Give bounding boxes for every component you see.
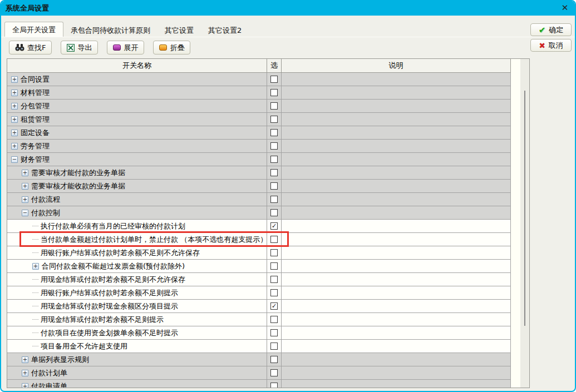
table-row[interactable]: 用现金结算或付款时若余额不足则提示	[7, 313, 511, 326]
collapse-icon	[159, 44, 167, 51]
checkbox-unchecked[interactable]	[270, 289, 278, 296]
title-bar[interactable]: 系统全局设置 ✕	[0, 0, 576, 16]
tree-connector	[32, 292, 38, 293]
checkbox-unchecked[interactable]	[270, 129, 278, 136]
checkbox-checked[interactable]: ✓	[270, 302, 278, 310]
checkbox-unchecked[interactable]	[270, 182, 278, 190]
checkbox-checked[interactable]: ✓	[270, 222, 278, 230]
expand-node-icon[interactable]: +	[11, 116, 18, 123]
table-row[interactable]: +合同设置	[7, 73, 511, 86]
checkbox-unchecked[interactable]	[270, 262, 278, 270]
table-row[interactable]: +单据列表显示规则	[7, 353, 511, 366]
checkbox-unchecked[interactable]	[270, 356, 278, 363]
close-icon[interactable]: ✕	[559, 2, 570, 13]
tab-other-settings[interactable]: 其它设置	[157, 23, 201, 37]
table-row[interactable]: +合同付款金额不能超过发票金额(预付款除外)	[7, 260, 511, 273]
checkbox-unchecked[interactable]	[270, 76, 278, 83]
highlight-box	[19, 231, 289, 247]
table-row[interactable]: +劳务管理	[7, 140, 511, 153]
checkbox-unchecked[interactable]	[270, 156, 278, 163]
expand-node-icon[interactable]: +	[11, 130, 18, 136]
table-row[interactable]: +付款流程	[7, 193, 511, 206]
table-row[interactable]: +材料管理	[7, 86, 511, 100]
checkbox-unchecked[interactable]	[270, 169, 278, 176]
checkbox-unchecked[interactable]	[270, 276, 278, 283]
table-row[interactable]: +需要审核才能付款的业务单据	[7, 166, 511, 180]
expand-node-icon[interactable]: +	[22, 370, 28, 376]
expand-node-icon[interactable]: +	[11, 90, 18, 96]
expand-node-icon[interactable]: +	[22, 170, 28, 176]
tree-connector	[32, 319, 38, 320]
expand-icon	[113, 44, 121, 51]
table-row[interactable]: +需要审核才能收款的业务单据	[7, 180, 511, 193]
scrollbar-thumb[interactable]	[524, 91, 525, 326]
check-cell	[267, 100, 282, 113]
tab-contract-receivable-rule[interactable]: 承包合同待收款计算原则	[63, 23, 157, 37]
check-cell	[267, 140, 282, 153]
description-cell	[282, 180, 511, 193]
table-row[interactable]: +付款申请单	[7, 380, 511, 388]
table-row[interactable]: +固定设备	[7, 126, 511, 140]
expand-node-icon[interactable]: +	[22, 356, 28, 363]
tree-connector	[32, 333, 38, 333]
tree-cell: +固定设备	[7, 126, 267, 140]
table-row[interactable]: +租赁管理	[7, 113, 511, 126]
export-button[interactable]: 导出	[61, 41, 98, 54]
vertical-scrollbar[interactable]	[520, 59, 529, 388]
table-row[interactable]: +分包管理	[7, 100, 511, 113]
table-row[interactable]: 用现金结算或付款时若余额不足则不允许保存	[7, 273, 511, 286]
description-cell	[282, 166, 511, 180]
table-row[interactable]: 用银行账户结算或付款时若余额不足则提示	[7, 286, 511, 300]
description-cell	[282, 100, 511, 113]
switch-label: 合同付款金额不能超过发票金额(预付款除外)	[42, 261, 185, 271]
checkbox-unchecked[interactable]	[270, 116, 278, 123]
checkbox-unchecked[interactable]	[270, 102, 278, 110]
table-row[interactable]: −财务管理	[7, 153, 511, 166]
checkbox-unchecked[interactable]	[270, 142, 278, 150]
cancel-button[interactable]: ✖ 取消	[530, 39, 572, 52]
table-row[interactable]: +付款计划单	[7, 366, 511, 380]
table-row[interactable]: 用现金结算或付款时现金余额区分项目提示✓	[7, 300, 511, 313]
column-header-select: 选	[267, 59, 282, 73]
check-icon: ✔	[539, 25, 546, 35]
tab-global-switches[interactable]: 全局开关设置	[4, 22, 63, 37]
collapse-node-icon[interactable]: −	[11, 156, 18, 163]
expand-node-icon[interactable]: +	[11, 103, 18, 110]
switch-label: 执行付款单必须有当月的已经审核的付款计划	[41, 221, 185, 231]
checkbox-unchecked[interactable]	[270, 196, 278, 203]
tab-other-settings-2[interactable]: 其它设置2	[201, 23, 249, 37]
check-cell	[267, 180, 282, 193]
checkbox-unchecked[interactable]	[270, 249, 278, 256]
table-row[interactable]: 用银行账户结算或付款时若余额不足则不允许保存	[7, 246, 511, 260]
settings-dialog: 系统全局设置 ✕ 全局开关设置 承包合同待收款计算原则 其它设置 其它设置2 ✔…	[0, 0, 576, 392]
checkbox-unchecked[interactable]	[270, 329, 278, 336]
checkbox-unchecked[interactable]	[270, 89, 278, 96]
tree-connector	[32, 279, 38, 280]
checkbox-unchecked[interactable]	[270, 343, 278, 350]
check-cell	[267, 246, 282, 260]
table-row[interactable]: 付款项目在使用资金划拨单余额不足时提示	[7, 326, 511, 340]
collapse-node-icon[interactable]: −	[22, 210, 28, 216]
ok-button[interactable]: ✔ 确定	[530, 23, 572, 36]
checkbox-unchecked[interactable]	[270, 369, 278, 376]
checkbox-unchecked[interactable]	[270, 209, 278, 216]
tree-cell: −付款控制	[7, 206, 267, 220]
description-cell	[282, 220, 511, 233]
expand-node-icon[interactable]: +	[22, 383, 28, 389]
table-row[interactable]: 项目备用金不允许超支使用	[7, 340, 511, 353]
collapse-button[interactable]: 折叠	[153, 41, 190, 54]
expand-node-icon[interactable]: +	[11, 76, 18, 83]
checkbox-unchecked[interactable]	[270, 316, 278, 323]
expand-node-icon[interactable]: +	[11, 143, 18, 150]
check-cell	[267, 260, 282, 273]
check-cell	[267, 113, 282, 126]
expand-node-icon[interactable]: +	[22, 183, 28, 190]
check-cell: ✓	[267, 300, 282, 313]
find-button[interactable]: 查找F	[9, 41, 52, 54]
tree-cell: +付款申请单	[7, 380, 267, 388]
expand-button[interactable]: 展开	[107, 41, 144, 54]
checkbox-unchecked[interactable]	[270, 383, 278, 388]
table-row[interactable]: −付款控制	[7, 206, 511, 220]
expand-node-icon[interactable]: +	[22, 196, 28, 203]
expand-node-icon[interactable]: +	[32, 263, 39, 270]
